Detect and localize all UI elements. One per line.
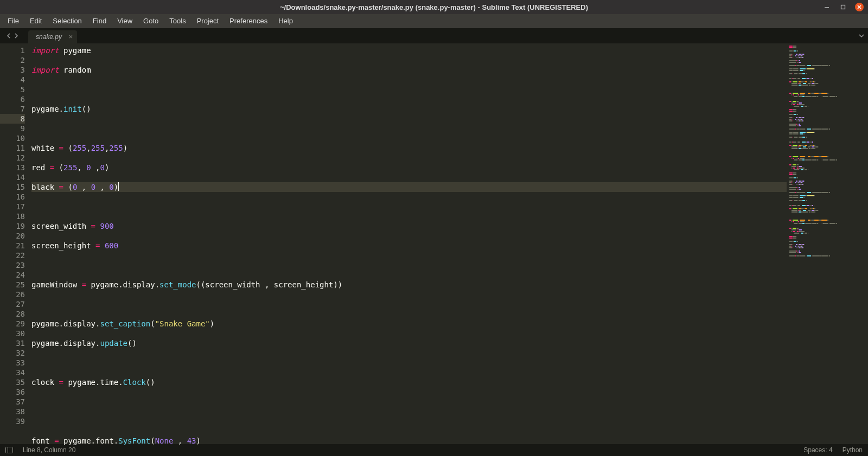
line-number: 10 [0,133,25,143]
code-line [31,416,787,426]
line-number: 19 [0,221,25,231]
menubar: FileEditSelectionFindViewGotoToolsProjec… [0,14,868,28]
arrow-right-icon [14,33,19,38]
line-number: 3 [0,65,25,75]
tab-snake-py[interactable]: snake.py × [28,30,77,43]
code-line: pygame.init() [31,104,787,114]
line-number: 14 [0,172,25,182]
minimap[interactable] [787,43,868,444]
line-number: 9 [0,124,25,133]
line-number: 26 [0,290,25,299]
line-number: 6 [0,94,25,104]
menu-view[interactable]: View [112,14,138,28]
code-line [31,85,787,94]
window-title: ~/Downloads/snake.py-master/snake.py (sn… [280,3,588,11]
code-line: import pygame [31,46,787,55]
line-number: 16 [0,192,25,202]
code-line [31,202,787,211]
arrow-left-icon [6,33,11,38]
code-line [31,397,787,407]
code-line: black = (0 , 0 , 0) [31,182,787,192]
menu-selection[interactable]: Selection [47,14,87,28]
line-number: 34 [0,368,25,377]
line-number: 22 [0,251,25,260]
line-number: 17 [0,202,25,211]
line-number: 36 [0,387,25,397]
line-number: 28 [0,309,25,319]
line-number: 35 [0,377,25,387]
code-area[interactable]: import pygame import random pygame.init(… [31,43,787,444]
line-number: 8 [0,114,25,124]
close-button[interactable] [855,3,864,11]
maximize-button[interactable] [839,3,847,11]
code-line [31,124,787,133]
status-syntax[interactable]: Python [843,446,863,454]
line-number: 4 [0,75,25,85]
tab-options-button[interactable] [858,31,865,41]
tab-history-nav[interactable] [0,28,25,43]
line-number: 27 [0,299,25,309]
menu-help[interactable]: Help [273,14,298,28]
code-line: font = pygame.font.SysFont(None , 43) [31,436,787,446]
svg-rect-4 [6,447,13,453]
line-number: 11 [0,143,25,153]
tab-label: snake.py [36,33,62,41]
menu-find[interactable]: Find [87,14,112,28]
menu-preferences[interactable]: Preferences [224,14,273,28]
line-number: 20 [0,231,25,241]
line-number: 23 [0,260,25,270]
line-number: 2 [0,55,25,65]
line-number: 30 [0,329,25,338]
chevron-down-icon [858,33,865,39]
line-number: 39 [0,416,25,426]
code-line [31,260,787,270]
code-line: clock = pygame.time.Clock() [31,377,787,387]
code-line: pygame.display.update() [31,338,787,348]
line-number: 38 [0,407,25,416]
line-number: 5 [0,85,25,94]
code-line: white = (255,255,255) [31,143,787,153]
code-line: pygame.display.set_caption("Snake Game") [31,319,787,329]
line-number: 21 [0,241,25,251]
line-number: 32 [0,348,25,358]
gutter[interactable]: 1234567891011121314151617181920212223242… [0,43,31,444]
line-number: 12 [0,153,25,163]
titlebar: ~/Downloads/snake.py-master/snake.py (sn… [0,0,868,14]
code-line: screen_width = 900 [31,221,787,231]
code-line: gameWindow = pygame.display.set_mode((sc… [31,280,787,290]
code-line [31,299,787,309]
minimize-button[interactable] [822,3,831,11]
sidebar-toggle-icon[interactable] [5,446,13,454]
line-number: 7 [0,104,25,114]
line-number: 1 [0,46,25,55]
status-spaces[interactable]: Spaces: 4 [803,446,832,454]
svg-rect-1 [841,5,845,9]
tab-close-button[interactable]: × [68,33,73,40]
line-number: 31 [0,338,25,348]
code-line: red = (255, 0 ,0) [31,163,787,172]
menu-edit[interactable]: Edit [24,14,47,28]
line-number: 18 [0,211,25,221]
line-number: 29 [0,319,25,329]
editor: 1234567891011121314151617181920212223242… [0,43,868,444]
line-number: 33 [0,358,25,368]
line-number: 24 [0,270,25,280]
menu-project[interactable]: Project [192,14,224,28]
line-number: 13 [0,163,25,172]
line-number: 37 [0,397,25,407]
code-line: screen_height = 600 [31,241,787,251]
code-line [31,358,787,368]
code-line: import random [31,65,787,75]
tabbar: snake.py × [0,28,868,43]
line-number: 25 [0,280,25,290]
line-number: 15 [0,182,25,192]
menu-tools[interactable]: Tools [164,14,191,28]
menu-file[interactable]: File [2,14,24,28]
menu-goto[interactable]: Goto [138,14,164,28]
